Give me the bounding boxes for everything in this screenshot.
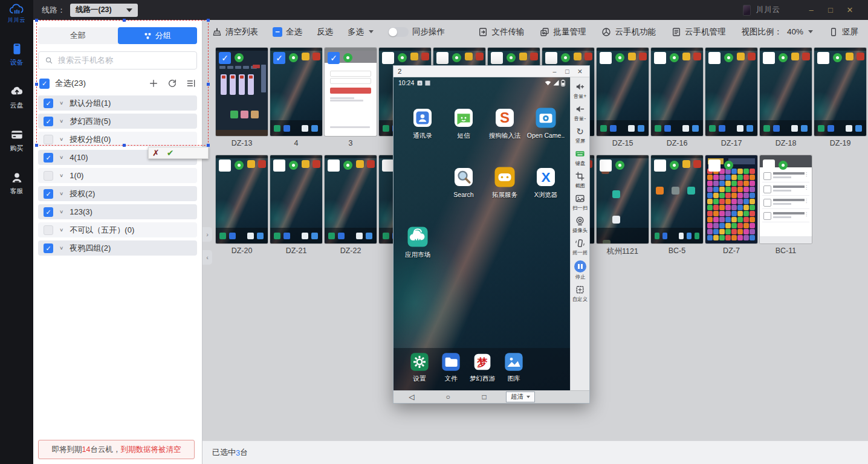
group-row[interactable]: ∨1(0) [38, 168, 197, 183]
tool-shake[interactable]: 摇一摇 [572, 238, 588, 257]
device-thumbnail[interactable] [705, 155, 757, 243]
app-gallery[interactable]: 图库 [504, 352, 523, 390]
device-thumbnail[interactable] [814, 48, 866, 136]
device-checkbox[interactable] [654, 160, 666, 172]
device-thumbnail[interactable] [216, 155, 268, 243]
device-checkbox[interactable] [600, 160, 612, 172]
line-select[interactable]: 线路一(23) [70, 4, 138, 17]
device-checkbox[interactable] [763, 160, 775, 172]
nav-home-button[interactable]: ○ [430, 393, 466, 401]
group-row[interactable]: ∨授权分组(0) [38, 132, 197, 147]
phone-minimize-button[interactable]: – [549, 66, 560, 77]
device-thumbnail[interactable] [760, 48, 812, 136]
app-search-app[interactable]: Search [453, 166, 474, 199]
device-cell[interactable]: DZ-15 [597, 48, 649, 147]
device-thumbnail[interactable] [270, 155, 322, 243]
toolbar-select-all[interactable]: 全选 [273, 27, 302, 37]
tool-volume-plus[interactable]: 音量+ [573, 82, 587, 100]
sidebar-item-cloud-disk[interactable]: 云盘 [10, 85, 24, 110]
device-cell[interactable]: DZ-20 [216, 155, 268, 255]
group-checkbox[interactable] [44, 98, 53, 108]
app-app-market[interactable]: 应用市场 [407, 226, 429, 259]
tab-group[interactable]: 分组 [118, 27, 198, 44]
maximize-button[interactable]: □ [821, 0, 840, 20]
select-all-indeterminate-checkbox[interactable] [273, 27, 282, 37]
group-row[interactable]: ∨夜鸦四组(2) [38, 240, 197, 256]
chevron-down-icon[interactable]: ∨ [59, 173, 63, 178]
device-checkbox[interactable] [708, 160, 721, 172]
group-checkbox[interactable] [44, 135, 53, 144]
group-checkbox[interactable] [44, 207, 53, 217]
device-cell[interactable]: DZ-7 [705, 155, 757, 255]
device-checkbox[interactable] [817, 52, 829, 64]
tool-keyboard[interactable]: 键盘 [575, 149, 586, 167]
chevron-down-icon[interactable]: ∨ [59, 100, 63, 106]
device-checkbox[interactable] [219, 52, 231, 64]
chevron-down-icon[interactable]: ∨ [59, 118, 63, 124]
device-checkbox[interactable] [600, 52, 612, 64]
device-thumbnail[interactable] [651, 155, 703, 243]
tool-camera-lens[interactable]: 摄像头 [572, 216, 588, 234]
phone-maximize-button[interactable]: □ [562, 66, 572, 77]
group-row[interactable]: ∨123(3) [38, 204, 197, 219]
device-cell[interactable]: DZ-21 [270, 155, 322, 255]
sidebar-item-device[interactable]: 设备 [10, 42, 24, 67]
device-thumbnail[interactable] [597, 48, 649, 136]
device-cell[interactable]: DZ-13 [216, 48, 268, 147]
panel-collapse-button[interactable]: ‹ [202, 250, 212, 265]
device-thumbnail[interactable] [325, 48, 377, 136]
device-thumbnail[interactable] [705, 48, 757, 136]
device-cell[interactable]: DZ-17 [705, 48, 757, 147]
device-checkbox[interactable] [328, 52, 340, 64]
device-cell[interactable]: DZ-22 [325, 155, 377, 255]
device-checkbox[interactable] [219, 160, 231, 172]
device-cell[interactable]: 4 [270, 48, 322, 147]
app-files[interactable]: 文件 [441, 352, 461, 390]
chevron-down-icon[interactable]: ∨ [59, 191, 63, 196]
group-checkbox[interactable] [44, 171, 53, 181]
device-checkbox[interactable] [328, 160, 340, 172]
app-settings[interactable]: 设置 [410, 352, 429, 390]
tab-all[interactable]: 全部 [38, 27, 118, 44]
group-row[interactable]: ∨梦幻西游(5) [38, 114, 197, 129]
device-checkbox[interactable] [763, 52, 775, 64]
device-checkbox[interactable] [491, 52, 503, 64]
phone-close-button[interactable]: ✕ [575, 66, 585, 77]
marquee-confirm-icon[interactable]: ✔ [167, 147, 174, 158]
phone-screen[interactable]: 10:24 A 通讯录短信S搜狗输入法Open Came.. Search拓展服… [394, 77, 570, 390]
group-checkbox[interactable] [44, 243, 53, 253]
toolbar-view-scale[interactable]: 视图比例：40% [741, 27, 813, 37]
sidebar-item-support[interactable]: 客服 [10, 171, 24, 196]
app-contacts[interactable]: 通讯录 [412, 107, 433, 140]
device-thumbnail[interactable] [270, 48, 322, 136]
device-checkbox[interactable] [436, 52, 449, 64]
chevron-down-icon[interactable]: ∨ [59, 245, 63, 251]
device-checkbox[interactable] [382, 52, 394, 64]
app-camera-app[interactable]: Open Came.. [535, 107, 557, 140]
sidebar-item-purchase[interactable]: 购买 [10, 128, 24, 153]
group-checkbox[interactable] [44, 117, 53, 126]
group-checkbox[interactable] [44, 189, 53, 199]
device-checkbox[interactable] [545, 52, 557, 64]
quality-select[interactable]: 超清 [506, 392, 535, 402]
app-x-browser[interactable]: XX浏览器 [535, 166, 557, 199]
device-cell[interactable]: ⋮⋮⋮⋮BC-11 [760, 155, 812, 255]
tool-stop[interactable]: 停止 [574, 260, 586, 281]
nav-back-button[interactable]: ◁ [394, 393, 430, 401]
device-thumbnail[interactable] [651, 48, 703, 136]
device-checkbox[interactable] [273, 160, 285, 172]
device-cell[interactable]: 杭州1121 [597, 155, 649, 257]
device-cell[interactable]: BC-5 [651, 155, 703, 255]
sync-toggle[interactable] [388, 27, 409, 37]
collapse-list-button[interactable] [186, 79, 196, 88]
toolbar-file-transfer[interactable]: 文件传输 [478, 27, 524, 37]
toolbar-clear-list[interactable]: 清空列表 [212, 27, 258, 37]
toolbar-phone-manage[interactable]: 云手机管理 [672, 27, 726, 37]
group-row[interactable]: ∨不可以（五开）(0) [38, 222, 197, 237]
device-checkbox[interactable] [708, 52, 721, 64]
app-sms[interactable]: 短信 [453, 107, 474, 140]
panel-expand-button[interactable]: › [202, 227, 212, 242]
device-cell[interactable]: DZ-19 [814, 48, 866, 147]
toolbar-portrait[interactable]: 竖屏 [829, 27, 858, 37]
phone-window-titlebar[interactable]: 2 – □ ✕ [394, 66, 589, 77]
